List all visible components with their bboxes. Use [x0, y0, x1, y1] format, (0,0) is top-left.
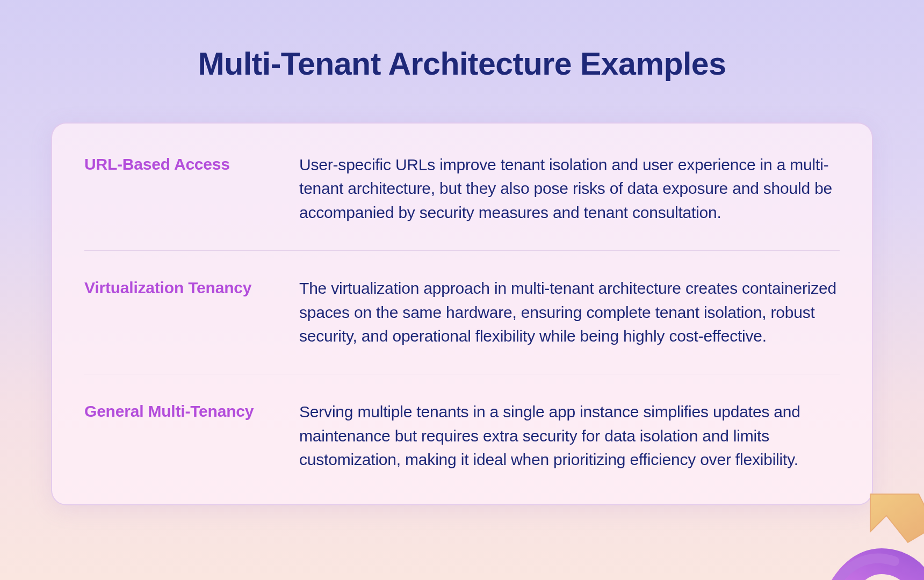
example-row: URL-Based Access User-specific URLs impr…	[84, 153, 840, 224]
example-label: URL-Based Access	[84, 153, 288, 173]
examples-card: URL-Based Access User-specific URLs impr…	[51, 122, 873, 505]
example-body: User-specific URLs improve tenant isolat…	[299, 153, 840, 224]
example-body: Serving multiple tenants in a single app…	[299, 400, 840, 472]
example-row: General Multi-Tenancy Serving multiple t…	[84, 374, 840, 472]
example-label: General Multi-Tenancy	[84, 400, 288, 421]
example-row: Virtualization Tenancy The virtualizatio…	[84, 250, 840, 348]
example-body: The virtualization approach in multi-ten…	[299, 277, 840, 348]
page-title: Multi-Tenant Architecture Examples	[198, 46, 726, 82]
slide-container: Multi-Tenant Architecture Examples URL-B…	[0, 0, 924, 580]
example-label: Virtualization Tenancy	[84, 277, 288, 297]
